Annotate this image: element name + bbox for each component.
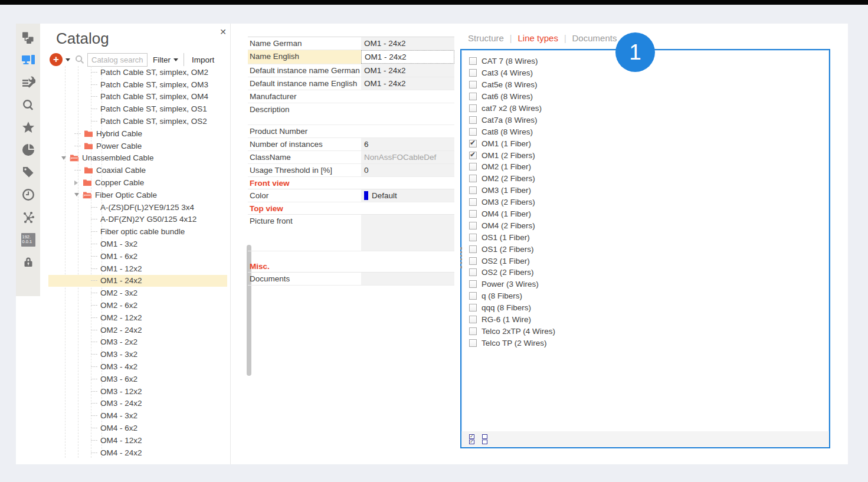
line-type-item[interactable]: OM3 (2 Fibers) [469,196,829,208]
property-value[interactable] [361,273,454,285]
property-value[interactable]: OM1 - 24x2 [361,77,454,90]
checkbox-icon[interactable] [469,339,477,347]
tree-item[interactable]: Copper Cable [48,176,227,189]
property-value[interactable]: Default [361,189,454,202]
property-value[interactable]: OM1 - 24x2 [361,50,454,64]
line-type-item[interactable]: Cat7a (8 Wires) [469,114,829,126]
line-type-item[interactable]: OM2 (2 Fibers) [469,173,829,185]
tree-item[interactable]: OM1 - 6x2 [48,250,227,263]
tree-item[interactable]: Coaxial Cable [48,164,227,176]
line-type-item[interactable]: Cat8 (8 Wires) [469,126,829,137]
lock-icon[interactable] [21,255,35,269]
tree-item-selected[interactable]: OM1 - 24x2 [48,275,227,287]
tree-item[interactable]: OM2 - 3x2 [48,287,227,299]
line-type-item[interactable]: cat7 x2 (8 Wires) [469,103,829,114]
tree-item[interactable]: OM4 - 3x2 [48,409,227,422]
expand-arrow-down-icon[interactable] [74,193,83,196]
property-value[interactable] [361,215,454,251]
line-type-item[interactable]: OM4 (2 Fibers) [469,219,829,231]
line-type-item[interactable]: Power (3 Wires) [469,278,829,290]
tree-item[interactable]: OM2 - 6x2 [48,299,227,312]
tree-item[interactable]: OM3 - 12x2 [48,385,227,398]
tree-item[interactable]: OM3 - 24x2 [48,398,227,410]
tree-item[interactable]: Patch Cable ST, simplex, OM4 [48,91,227,103]
line-type-item[interactable]: Telco TP (2 Wires) [469,337,829,349]
line-type-item[interactable]: Cat5e (8 Wires) [469,79,829,91]
import-button[interactable]: Import [192,55,214,64]
property-value[interactable]: OM1 - 24x2 [361,64,454,77]
tree-item[interactable]: Fiber Optic Cable [48,189,227,201]
checkbox-icon[interactable] [469,186,477,194]
tree-item[interactable]: Unassembled Cable [48,152,227,165]
checkbox-icon[interactable] [469,234,477,241]
line-type-item[interactable]: Cat6 (8 Wires) [469,91,829,103]
checkbox-icon[interactable] [469,93,477,100]
filter-button[interactable]: Filter [153,55,171,64]
checkbox-icon[interactable] [469,116,477,124]
tree-item[interactable]: OM4 - 6x2 [48,422,227,434]
checkbox-icon[interactable] [469,104,477,112]
tree-item[interactable]: OM2 - 24x2 [48,324,227,336]
property-value[interactable] [361,125,454,137]
checkbox-icon[interactable] [469,128,477,136]
property-value[interactable]: OM1 - 24x2 [361,37,454,50]
property-value[interactable]: NonAssFOCableDef [361,151,454,163]
tree-item[interactable]: OM1 - 3x2 [48,238,227,250]
checkbox-icon[interactable] [469,222,477,229]
tree-item[interactable]: OM4 - 12x2 [48,434,227,447]
line-type-item[interactable]: q (8 Fibers) [469,290,829,302]
tree-item[interactable]: Fiber optic cable bundle [48,225,227,238]
checkbox-icon[interactable] [469,304,477,312]
tree-item[interactable]: OM4 - 24x2 [48,447,227,459]
line-type-item[interactable]: OM3 (1 Fiber) [469,185,829,196]
tree-item[interactable]: OM3 - 4x2 [48,360,227,373]
tag-icon[interactable] [21,165,35,179]
tree-item[interactable]: OM3 - 2x2 [48,336,227,349]
checkbox-icon[interactable] [469,163,477,170]
checkbox-checked-icon[interactable] [469,152,477,159]
line-type-item[interactable]: OM4 (1 Fiber) [469,208,829,220]
tree-item[interactable]: OM3 - 3x2 [48,348,227,360]
checkbox-icon[interactable] [469,175,477,182]
checkbox-checked-icon[interactable] [469,140,477,147]
tree-item[interactable]: OM2 - 12x2 [48,312,227,324]
line-type-item[interactable]: OM2 (1 Fiber) [469,161,829,173]
property-value[interactable] [361,103,454,124]
tree-item[interactable]: Patch Cable ST, simplex, OS2 [48,115,227,127]
topology-icon[interactable] [21,31,35,45]
line-type-item[interactable]: OS1 (1 Fiber) [469,231,829,243]
clock-icon[interactable] [21,188,35,202]
add-button[interactable] [50,53,63,66]
tab-structure[interactable]: Structure [468,33,504,43]
checkbox-icon[interactable] [469,280,477,288]
select-all-button[interactable] [469,434,474,444]
line-type-item[interactable]: OM1 (2 Fibers) [469,149,829,161]
tree-item[interactable]: OM3 - 6x2 [48,373,227,385]
tree-item[interactable]: A-(ZS)DF(L)2YE9/125 3x4 [48,201,227,214]
tab-documents[interactable]: Documents [572,33,617,43]
checkbox-icon[interactable] [469,210,477,218]
tree-item[interactable]: Power Cable [48,140,227,152]
line-type-item[interactable]: Cat3 (4 Wires) [469,67,829,79]
tree-item[interactable]: OM1 - 12x2 [48,263,227,275]
tools-icon[interactable] [21,76,35,90]
catalog-search-input[interactable] [87,53,148,67]
property-value[interactable]: 0 [361,164,454,176]
checkbox-icon[interactable] [469,198,477,206]
checkbox-icon[interactable] [469,292,477,300]
line-type-item[interactable]: OS1 (2 Fibers) [469,243,829,255]
checkbox-icon[interactable] [469,245,477,253]
network-icon[interactable] [21,210,35,224]
line-type-item[interactable]: OS2 (1 Fiber) [469,255,829,267]
search-icon[interactable] [21,98,35,112]
chevron-down-icon[interactable] [65,58,70,61]
tree-item[interactable]: Patch Cable ST, simplex, OM2 [48,66,227,78]
expand-arrow-down-icon[interactable] [61,156,70,160]
star-icon[interactable] [21,120,35,135]
line-type-item[interactable]: Telco 2xTP (4 Wires) [469,325,829,337]
checkbox-icon[interactable] [469,57,477,65]
checkbox-icon[interactable] [469,69,477,77]
tree-item[interactable]: A-DF(ZN)2Y G50/125 4x12 [48,214,227,226]
close-icon[interactable]: ✕ [218,27,228,37]
property-value[interactable]: 6 [361,138,454,150]
